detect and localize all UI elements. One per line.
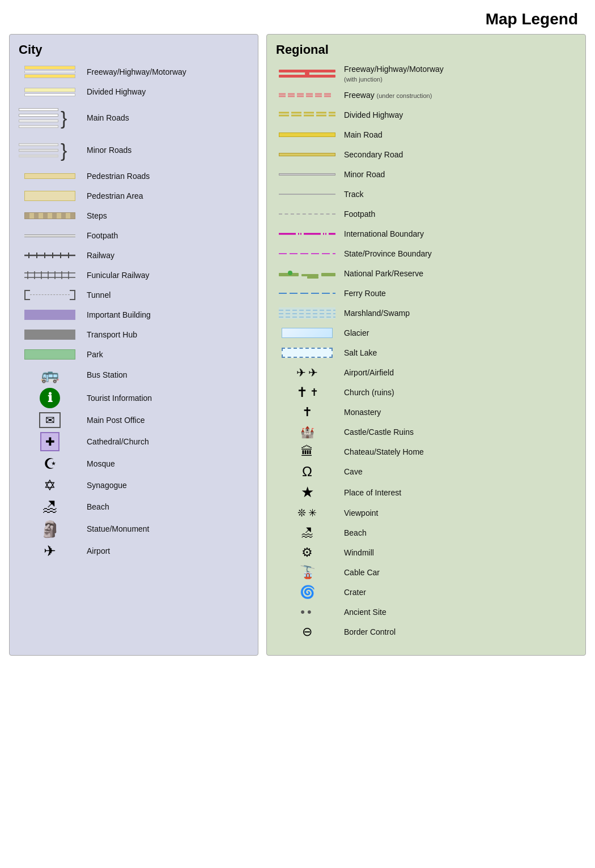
footpath-line [24, 234, 75, 237]
cathedral-icon: ✚ [40, 432, 60, 451]
reg-cable-car-label: Cable Car [338, 567, 380, 578]
airport-city-symbol: ✈ [19, 542, 81, 560]
list-item: } Minor Roads [19, 136, 249, 164]
reg-freeway-const-svg [279, 92, 335, 98]
list-item: ✚ Cathedral/Church [19, 432, 249, 451]
minor-roads-symbol: } [19, 140, 81, 160]
pedestrian-area-block [24, 191, 75, 201]
reg-marsh-symbol [276, 307, 338, 319]
castle-icon: 🏰 [300, 425, 314, 439]
reg-ferry-route-label: Ferry Route [338, 288, 386, 298]
funicular-svg [24, 271, 75, 279]
list-item: 🌀 Crater [276, 584, 576, 600]
list-item: Steps [19, 208, 249, 224]
list-item: National Park/Reserve [276, 266, 576, 281]
reg-church-label: Church (ruins) [338, 387, 394, 397]
reg-border-label: Border Control [338, 627, 396, 637]
reg-crater-symbol: 🌀 [276, 585, 338, 600]
reg-border-symbol: ⊖ [276, 625, 338, 639]
reg-main-road-label: Main Road [338, 130, 382, 140]
viewpoint-icon-1: ❊ [298, 507, 306, 519]
reg-viewpoint-symbol: ❊ ✳ [276, 507, 338, 519]
reg-salt-lake-block [282, 348, 333, 358]
brace-group: } [19, 140, 81, 160]
mosque-icon: ☪ [33, 455, 67, 473]
viewpoint-icon-2: ✳ [308, 507, 317, 519]
list-item: ⚙ Windmill [276, 545, 576, 561]
svg-rect-53 [307, 276, 318, 279]
reg-ancient-icon: •• [293, 605, 321, 619]
list-item: Glacier [276, 325, 576, 341]
list-item: ☪ Mosque [19, 455, 249, 473]
reg-track-line [279, 194, 335, 195]
tunnel-inner [30, 294, 70, 296]
airplane-small-icon: ✈ [308, 366, 318, 379]
mosque-symbol: ☪ [19, 455, 81, 473]
list-item: Main Road [276, 127, 576, 143]
reg-freeway-sublabel: (with junction) [344, 76, 382, 83]
reg-intl-boundary-symbol [276, 232, 338, 236]
reg-monastery-symbol: ✝ [276, 405, 338, 420]
freeway-road-symbol [24, 66, 75, 78]
mosque-label: Mosque [81, 459, 115, 469]
reg-divided-svg [279, 112, 335, 118]
reg-state-boundary-symbol [276, 253, 338, 255]
railway-label: Railway [81, 250, 114, 260]
regional-column: Regional Freeway/Highway/Motorway (with … [266, 34, 586, 656]
list-item: 🗿 Statue/Monument [19, 520, 249, 538]
pedestrian-area-label: Pedestrian Area [81, 191, 143, 201]
marsh-svg [279, 307, 335, 319]
reg-footpath-label: Footpath [338, 209, 375, 219]
reg-freeway-svg [279, 70, 335, 78]
reg-cave-label: Cave [338, 467, 363, 477]
list-item: Divided Highway [276, 107, 576, 123]
list-item: Freeway (under construction) [276, 87, 576, 103]
transport-hub-label: Transport Hub [81, 330, 137, 340]
tunnel-bracket [70, 290, 75, 300]
reg-viewpoint-icon: ❊ ✳ [284, 507, 330, 519]
reg-church-symbol: ✝ ✝ [276, 384, 338, 400]
list-item: ★ Place of Interest [276, 484, 576, 501]
reg-minor-road-line [279, 173, 335, 176]
main-roads-symbol: } [19, 108, 81, 128]
reg-crater-label: Crater [338, 587, 366, 597]
road-line [19, 125, 58, 128]
bus-station-label: Bus Station [81, 370, 128, 380]
road-line [24, 71, 75, 73]
list-item: ⊖ Border Control [276, 624, 576, 640]
reg-secondary-road-label: Secondary Road [338, 149, 403, 160]
pedestrian-roads-symbol [19, 173, 81, 179]
tunnel-label: Tunnel [81, 290, 110, 300]
important-building-symbol [19, 310, 81, 320]
reg-freeway-label-block: Freeway/Highway/Motorway (with junction) [338, 64, 444, 83]
synagogue-label: Synagogue [81, 480, 127, 490]
regional-heading: Regional [276, 42, 576, 57]
reg-ancient-symbol: •• [276, 605, 338, 619]
list-item: Marshland/Swamp [276, 305, 576, 321]
reg-footpath-symbol [276, 213, 338, 215]
divided-road-symbol [24, 88, 75, 96]
steps-label: Steps [81, 211, 107, 221]
reg-airport-symbol: ✈ ✈ [276, 366, 338, 379]
list-item: Ferry Route [276, 285, 576, 301]
list-item: International Boundary [276, 226, 576, 242]
divided-highway-symbol [19, 88, 81, 96]
list-item: Secondary Road [276, 147, 576, 163]
reg-salt-lake-symbol [276, 348, 338, 358]
reg-divided-symbol [276, 112, 338, 118]
steps-pattern [24, 212, 75, 219]
reg-secondary-road-line [279, 153, 335, 156]
list-item: Park [19, 347, 249, 362]
list-item: Salt Lake [276, 345, 576, 361]
list-item: 🚌 Bus Station [19, 366, 249, 384]
funicular-label: Funicular Railway [81, 270, 149, 280]
list-item: State/Province Boundary [276, 246, 576, 262]
reg-minor-road-label: Minor Road [338, 169, 385, 179]
reg-cave-symbol: Ω [276, 464, 338, 480]
reg-border-icon: ⊖ [293, 625, 321, 639]
list-item: Funicular Railway [19, 267, 249, 283]
reg-freeway-const-label: Freeway [344, 91, 375, 100]
road-line [24, 88, 75, 92]
reg-freeway-const-symbol [276, 92, 338, 98]
reg-cave-icon: Ω [293, 464, 321, 480]
